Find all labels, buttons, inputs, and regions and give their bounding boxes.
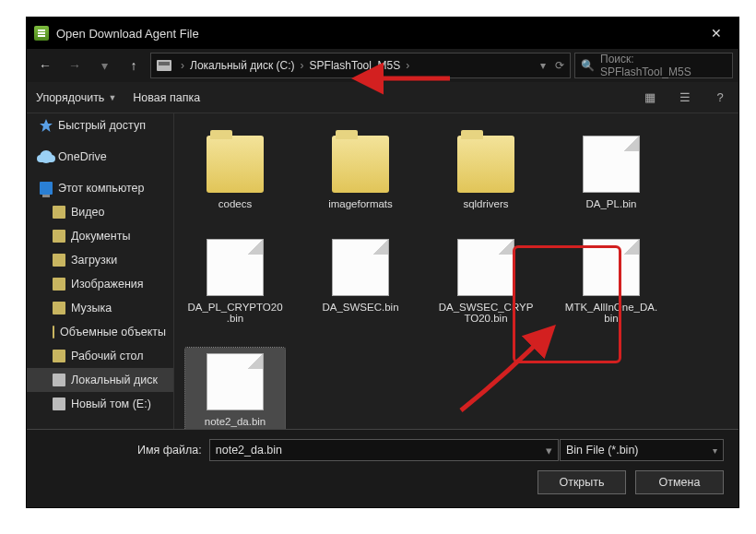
sidebar-item-icon — [53, 398, 65, 410]
nav-recent-button[interactable]: ▾ — [91, 53, 117, 78]
sidebar-item[interactable]: Изображения — [27, 272, 173, 296]
sidebar-item-icon — [40, 119, 53, 132]
file-item[interactable]: DA_SWSEC_CRYPTO20.bin — [436, 233, 536, 329]
sidebar-item[interactable]: OneDrive — [27, 145, 173, 169]
sidebar-item-icon — [53, 254, 65, 267]
file-icon — [207, 239, 264, 296]
help-icon[interactable]: ? — [711, 89, 729, 107]
sidebar-item-icon — [53, 326, 54, 338]
window-title: Open Download Agent File — [56, 27, 199, 41]
sidebar-item[interactable]: Локальный диск — [27, 368, 173, 392]
search-icon: 🔍 — [581, 59, 595, 72]
sidebar-item[interactable]: Музыка — [27, 296, 173, 320]
file-name-label: note2_da.bin — [205, 416, 266, 427]
sidebar-item-label: Рабочий стол — [71, 350, 143, 362]
sidebar-item[interactable]: Рабочий стол — [27, 344, 173, 368]
sidebar-item-label: Изображения — [71, 278, 144, 291]
folder-icon — [332, 136, 389, 193]
chevron-right-icon: › — [402, 59, 413, 72]
sidebar-item-label: Загрузки — [71, 254, 117, 267]
sidebar-item[interactable]: Документы — [27, 224, 173, 248]
sidebar-item-icon — [53, 278, 65, 291]
file-name-label: DA_SWSEC_CRYPTO20.bin — [438, 302, 534, 324]
file-icon — [457, 239, 514, 296]
sidebar-item-icon — [40, 182, 53, 195]
chevron-right-icon: › — [177, 59, 188, 72]
folder-item[interactable]: sqldrivers — [436, 130, 536, 215]
nav-forward-button[interactable]: → — [62, 53, 88, 78]
titlebar: Open Download Agent File ✕ — [27, 18, 738, 49]
new-folder-button[interactable]: Новая папка — [133, 91, 200, 104]
folder-icon — [207, 136, 264, 193]
sidebar-item[interactable]: Быстрый доступ — [27, 113, 173, 137]
file-item[interactable]: DA_PL_CRYPTO20.bin — [185, 233, 285, 329]
sidebar-item-label: Документы — [71, 230, 130, 243]
file-name-label: MTK_AllInOne_DA.bin — [563, 302, 659, 324]
file-item[interactable]: DA_PL.bin — [561, 130, 661, 215]
sidebar-item[interactable]: Загрузки — [27, 248, 173, 272]
chevron-down-icon: ▼ — [108, 93, 116, 102]
open-button[interactable]: Открыть — [537, 470, 626, 494]
sidebar-item-icon — [53, 230, 65, 243]
file-icon — [332, 239, 389, 296]
sidebar-item-label: Локальный диск — [71, 374, 158, 386]
nav-up-button[interactable]: ↑ — [121, 53, 147, 78]
sidebar-item-icon — [53, 374, 65, 386]
sidebar: Быстрый доступOneDriveЭтот компьютерВиде… — [27, 113, 174, 429]
search-placeholder: Поиск: SPFlashTool_M5S — [600, 53, 726, 78]
organize-button[interactable]: Упорядочить ▼ — [36, 91, 116, 104]
sidebar-item[interactable]: Объемные объекты — [27, 320, 173, 344]
breadcrumb[interactable]: › Локальный диск (C:) › SPFlashTool_M5S … — [150, 53, 571, 78]
file-name-label: DA_PL_CRYPTO20.bin — [187, 302, 283, 324]
drive-icon — [157, 60, 171, 71]
chevron-right-icon: › — [297, 59, 308, 72]
file-open-dialog: Open Download Agent File ✕ ← → ▾ ↑ › Лок… — [26, 17, 739, 508]
filetype-label: Bin File (*.bin) — [566, 444, 639, 457]
file-icon — [583, 136, 640, 193]
folder-item[interactable]: imageformats — [311, 130, 410, 215]
chevron-down-icon: ▾ — [713, 445, 717, 456]
file-icon — [583, 239, 640, 296]
sidebar-item-icon — [53, 206, 65, 219]
sidebar-item[interactable]: Этот компьютер — [27, 176, 173, 200]
file-name-label: codecs — [219, 198, 252, 209]
file-pane[interactable]: codecsimageformatssqldriversDA_PL.binDA_… — [174, 113, 738, 429]
sidebar-item-label: OneDrive — [58, 150, 107, 163]
sidebar-item-label: Музыка — [71, 302, 112, 314]
navigation-row: ← → ▾ ↑ › Локальный диск (C:) › SPFlashT… — [27, 49, 738, 82]
close-button[interactable]: ✕ — [702, 22, 731, 44]
file-name-label: sqldrivers — [463, 198, 508, 209]
sidebar-item-icon — [53, 302, 65, 314]
breadcrumb-dropdown-icon[interactable]: ▾ — [540, 59, 546, 72]
file-name-label: DA_PL.bin — [586, 198, 637, 209]
sidebar-item-label: Быстрый доступ — [58, 119, 146, 132]
filename-label: Имя файла: — [137, 444, 202, 457]
sidebar-item[interactable]: Видео — [27, 200, 173, 224]
breadcrumb-drive[interactable]: Локальный диск (C:) — [190, 59, 295, 72]
file-item[interactable]: DA_SWSEC.bin — [311, 233, 410, 329]
folder-item[interactable]: codecs — [185, 130, 285, 215]
filename-dropdown-icon[interactable]: ▾ — [546, 444, 552, 457]
toolbar: Упорядочить ▼ Новая папка ▦ ☰ ? — [27, 82, 738, 113]
breadcrumb-folder[interactable]: SPFlashTool_M5S — [310, 59, 401, 72]
app-icon — [34, 26, 49, 41]
view-large-icon[interactable]: ▦ — [641, 89, 659, 107]
filetype-select[interactable]: Bin File (*.bin) ▾ — [560, 439, 724, 461]
sidebar-item-label: Видео — [71, 206, 105, 219]
main-area: Быстрый доступOneDriveЭтот компьютерВиде… — [27, 113, 738, 429]
sidebar-item[interactable]: Новый том (E:) — [27, 392, 173, 416]
bottom-bar: Имя файла: ▾ Bin File (*.bin) ▾ Открыть … — [27, 429, 738, 507]
view-details-icon[interactable]: ☰ — [676, 89, 694, 107]
search-input[interactable]: 🔍 Поиск: SPFlashTool_M5S — [574, 53, 733, 78]
sidebar-item-label: Объемные объекты — [60, 326, 166, 338]
sidebar-item-icon — [53, 350, 65, 362]
cancel-button[interactable]: Отмена — [635, 470, 724, 494]
nav-back-button[interactable]: ← — [32, 53, 58, 78]
file-name-label: imageformats — [328, 198, 393, 209]
refresh-icon[interactable]: ⟳ — [555, 59, 564, 72]
file-item[interactable]: note2_da.bin — [185, 348, 285, 429]
organize-label: Упорядочить — [36, 91, 104, 104]
file-item[interactable]: MTK_AllInOne_DA.bin — [561, 233, 661, 329]
filename-input[interactable] — [209, 439, 559, 461]
sidebar-item-label: Новый том (E:) — [71, 398, 151, 410]
